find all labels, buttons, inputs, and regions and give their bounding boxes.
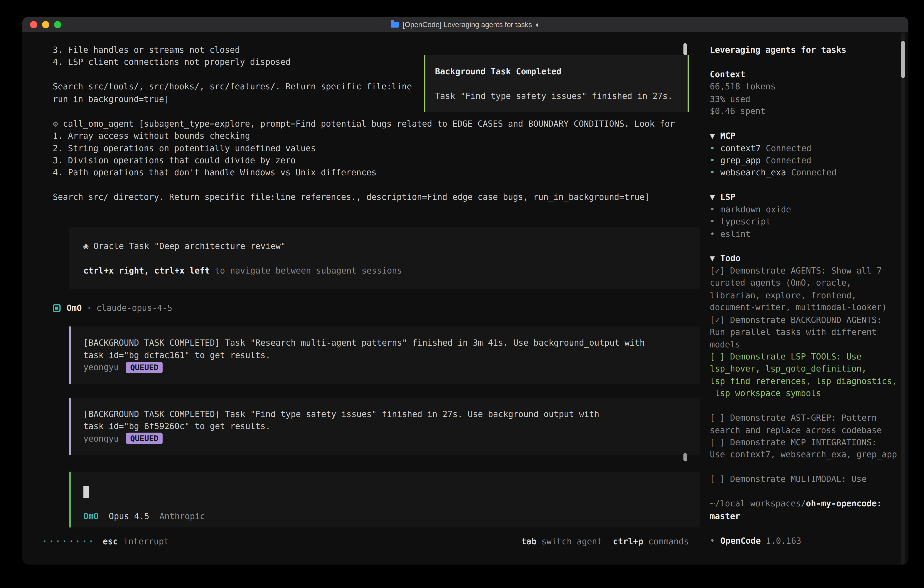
bullet-icon: • xyxy=(710,229,715,238)
gear-icon: ⚙ xyxy=(53,119,58,128)
session-title: Leveraging agents for tasks xyxy=(710,45,846,55)
mcp-section-header[interactable]: ▼MCP xyxy=(710,130,909,142)
tool-call-line: Search src/ directory. Return specific f… xyxy=(53,191,700,203)
half-circle-icon: ◐ xyxy=(536,20,540,28)
task-message-line: task_id="bg_dcfac161" to get results. xyxy=(83,349,696,362)
context-heading: Context xyxy=(710,69,745,79)
git-branch: master xyxy=(710,511,740,520)
input-footer: OmO Opus 4.5 Anthropic xyxy=(83,510,700,522)
background-task-toast: Background Task Completed Task "Find typ… xyxy=(424,55,689,112)
lsp-item: •typescript xyxy=(710,216,909,228)
oracle-hint: ctrl+x right, ctrl+x left to navigate be… xyxy=(83,264,695,277)
agent-header: OmO · claude-opus-4-5 xyxy=(53,302,700,314)
tool-call-text: call_omo_agent [subagent_type=explore, p… xyxy=(63,119,675,128)
zoom-button[interactable] xyxy=(54,21,61,28)
bullet-icon: • xyxy=(710,155,715,165)
traffic-lights xyxy=(30,21,61,28)
folder-icon xyxy=(391,21,399,27)
close-button[interactable] xyxy=(30,21,37,28)
hint-text: to navigate between subagent sessions xyxy=(210,266,402,275)
terminal-line: 3. File handles or streams not closed xyxy=(53,44,700,56)
sidebar-scrollbar-thumb[interactable] xyxy=(901,41,905,78)
omo-agent-icon xyxy=(53,304,61,312)
bullet-icon: • xyxy=(710,217,715,226)
tab-key-hint: tab switch agent xyxy=(521,537,602,546)
mcp-item: •grep_app Connected xyxy=(710,154,909,167)
toast-body: Task "Find type safety issues" finished … xyxy=(435,90,678,102)
opencode-window: [OpenCode] Leveraging agents for tasks◐ … xyxy=(22,17,909,565)
context-tokens: 66,518 tokens xyxy=(710,81,909,93)
status-badge: QUEUED xyxy=(126,433,163,444)
scrollbar-thumb[interactable] xyxy=(683,453,687,461)
oracle-task-panel: ◉ Oracle Task "Deep architecture review"… xyxy=(69,227,700,289)
todo-item: [ ] Demonstrate MCP INTEGRATIONS: Use co… xyxy=(710,436,909,461)
tool-call-line: 4. Path operations that don't handle Win… xyxy=(53,167,700,179)
esc-key-label: interrupt xyxy=(123,537,169,546)
task-author: yeongyu xyxy=(83,433,119,445)
lsp-item: •eslint xyxy=(710,228,909,240)
task-author: yeongyu xyxy=(83,362,119,374)
bullet-icon: • xyxy=(710,143,715,153)
todo-item: [ ] Demonstrate MULTIMODAL: Use xyxy=(710,473,909,485)
window-title-text: [OpenCode] Leveraging agents for tasks xyxy=(403,20,532,28)
prompt-input[interactable]: OmO Opus 4.5 Anthropic xyxy=(69,472,700,527)
todo-item: [ ] Demonstrate AST-GREP: Pattern search… xyxy=(710,412,909,436)
tool-call-header: ⚙ call_omo_agent [subagent_type=explore,… xyxy=(53,117,700,130)
oracle-icon: ◉ xyxy=(83,241,88,251)
status-bar: ········ esc interrupt tab switch agent … xyxy=(42,535,689,547)
todo-section-header[interactable]: ▼Todo xyxy=(710,253,909,265)
mcp-item: •websearch_exa Connected xyxy=(710,167,909,179)
commands-key-hint: ctrl+p commands xyxy=(613,537,689,546)
screen: [OpenCode] Leveraging agents for tasks◐ … xyxy=(0,0,924,588)
context-spent: $0.46 spent xyxy=(710,105,909,117)
todo-item: [✓] Demonstrate AGENTS: Show all 7 curat… xyxy=(710,264,909,314)
hint-keys: ctrl+x right, ctrl+x left xyxy=(83,266,210,275)
toast-title: Background Task Completed xyxy=(435,66,678,78)
background-task-message: [BACKGROUND TASK COMPLETED] Task "Find t… xyxy=(69,398,700,455)
task-message-line: task_id="bg_6f59260c" to get results. xyxy=(83,420,696,433)
sidebar-scrollbar-track[interactable] xyxy=(901,33,905,565)
lsp-section-header[interactable]: ▼LSP xyxy=(710,191,909,203)
mcp-item: •context7 Connected xyxy=(710,142,909,154)
workspace-path: ~/local-workspaces/oh-my-opencode: xyxy=(710,497,909,510)
bullet-icon: • xyxy=(710,535,715,545)
background-task-message: [BACKGROUND TASK COMPLETED] Task "Resear… xyxy=(69,327,700,384)
status-badge: QUEUED xyxy=(126,362,163,373)
input-model-name: Opus 4.5 xyxy=(109,510,149,522)
window-title: [OpenCode] Leveraging agents for tasks◐ xyxy=(22,17,909,32)
chevron-down-icon: ▼ xyxy=(710,254,715,263)
agent-model: claude-opus-4-5 xyxy=(96,303,172,313)
tool-call-line: 3. Division operations that could divide… xyxy=(53,154,700,167)
minimize-button[interactable] xyxy=(42,21,50,28)
dot-separator: · xyxy=(87,303,92,313)
chevron-down-icon: ▼ xyxy=(710,131,715,140)
tool-call-line: 1. Array access without bounds checking xyxy=(53,130,700,142)
tool-call-line xyxy=(53,179,700,191)
task-message-line: [BACKGROUND TASK COMPLETED] Task "Find t… xyxy=(83,408,696,420)
tool-call-line: 2. String operations on potentially unde… xyxy=(53,142,700,154)
bullet-icon: • xyxy=(710,168,715,177)
titlebar: [OpenCode] Leveraging agents for tasks◐ xyxy=(22,17,909,33)
todo-item-active: [ ] Demonstrate LSP TOOLS: Use lsp_hover… xyxy=(710,350,909,400)
context-used: 33% used xyxy=(710,93,909,105)
esc-key-hint: esc xyxy=(103,537,118,546)
app-version: •OpenCode 1.0.163 xyxy=(710,534,909,547)
spinner-dots: ········ xyxy=(42,536,95,547)
text-cursor xyxy=(83,486,89,498)
chat-area: 3. File handles or streams not closed 4.… xyxy=(22,33,700,565)
agent-name: OmO xyxy=(67,303,82,313)
input-provider-name: Anthropic xyxy=(159,510,205,522)
chevron-down-icon: ▼ xyxy=(710,192,715,202)
sidebar: Leveraging agents for tasks Context 66,5… xyxy=(700,33,909,565)
task-message-line: [BACKGROUND TASK COMPLETED] Task "Resear… xyxy=(83,337,696,349)
input-agent-name: OmO xyxy=(83,510,99,522)
todo-item: [✓] Demonstrate BACKGROUND AGENTS: Run p… xyxy=(710,314,909,350)
oracle-task-title: ◉ Oracle Task "Deep architecture review" xyxy=(83,240,695,252)
scrollbar-thumb[interactable] xyxy=(683,43,687,55)
lsp-item: •markdown-oxide xyxy=(710,203,909,216)
bullet-icon: • xyxy=(710,205,715,214)
